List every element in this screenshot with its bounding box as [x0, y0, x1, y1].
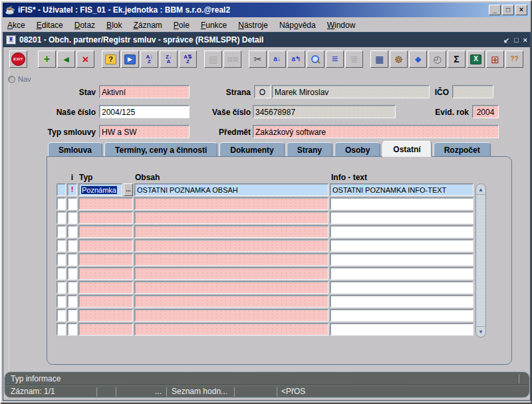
nav-radio[interactable]	[8, 76, 15, 83]
excel-export-button[interactable]: X	[467, 50, 485, 68]
strana-code-field[interactable]: O	[254, 85, 271, 98]
detail-window-button[interactable]: ▦	[370, 50, 388, 68]
list-of-values-button[interactable]: ≡	[326, 50, 344, 68]
row-obsah-field[interactable]	[134, 197, 329, 210]
row-obsah-field[interactable]	[134, 309, 329, 322]
row-selector-cell[interactable]	[57, 323, 66, 336]
tab-terminy-ceny-a-cinnosti[interactable]: Termíny, ceny a činnosti	[104, 142, 217, 157]
help-values-button[interactable]: ??	[505, 50, 523, 68]
row-typ-field[interactable]	[78, 239, 133, 252]
row-info-field[interactable]	[330, 239, 473, 252]
row-typ-field[interactable]	[78, 211, 133, 224]
row-typ-field[interactable]	[78, 281, 133, 294]
row-typ-field[interactable]	[78, 197, 133, 210]
close-button[interactable]: ×	[515, 5, 527, 15]
scroll-down-icon[interactable]: ▼	[476, 326, 485, 336]
sum-button[interactable]: Σ	[448, 50, 466, 68]
row-info-field[interactable]	[330, 309, 473, 322]
execute-query-button[interactable]: ▶	[121, 50, 139, 68]
exit-button[interactable]: EXIT	[9, 50, 27, 68]
mdi-close-icon[interactable]: ×	[523, 33, 527, 47]
tab-ostatni[interactable]: Ostatní	[382, 141, 431, 157]
sort-dialog-button[interactable]: A⇅ Z	[179, 50, 197, 68]
ico-field[interactable]	[452, 85, 493, 98]
export-data-button[interactable]: ⊞	[486, 50, 504, 68]
row-typ-field[interactable]: Poznámka	[78, 183, 122, 196]
tab-strany[interactable]: Strany	[287, 142, 332, 157]
stav-field[interactable]: Aktivní	[99, 85, 190, 98]
clock-button[interactable]: ◴	[428, 50, 446, 68]
predmet-field[interactable]: Zakázkový software	[253, 125, 499, 138]
row-obsah-field[interactable]	[134, 267, 329, 280]
tab-rozpocet[interactable]: Rozpočet	[434, 142, 491, 157]
mdi-minimize-icon[interactable]: ↙	[503, 33, 509, 47]
menu-item-napoveda[interactable]: Nápověda	[279, 21, 316, 30]
menu-item-blok[interactable]: Blok	[106, 21, 122, 30]
nav-radio-group[interactable]: Nav	[8, 75, 31, 83]
menu-item-dotaz[interactable]: Dotaz	[74, 21, 95, 30]
row-info-field[interactable]	[330, 225, 473, 238]
row-selector-cell[interactable]	[57, 309, 66, 322]
maximize-button[interactable]: □	[502, 5, 514, 15]
row-selector-cell[interactable]	[57, 267, 66, 280]
tab-dokumenty[interactable]: Dokumenty	[219, 142, 284, 157]
row-selector-cell[interactable]	[57, 211, 66, 224]
row-obsah-field[interactable]	[134, 323, 329, 336]
row-info-field[interactable]	[330, 323, 473, 336]
row-info-field[interactable]	[330, 253, 473, 266]
duplicate-record-button[interactable]: ◀	[57, 50, 75, 68]
menu-item-funkce[interactable]: Funkce	[201, 21, 227, 30]
scroll-up-icon[interactable]: ▲	[476, 185, 485, 195]
tab-osoby[interactable]: Osoby	[334, 142, 380, 157]
lov-button[interactable]: ...	[124, 183, 133, 196]
row-selector-cell[interactable]	[57, 225, 66, 238]
menu-item-nastroje[interactable]: Nástroje	[238, 21, 268, 30]
row-obsah-field[interactable]	[134, 211, 329, 224]
zoom-editor-button[interactable]	[307, 50, 325, 68]
row-obsah-field[interactable]	[134, 239, 329, 252]
menu-item-pole[interactable]: Pole	[174, 21, 190, 30]
row-typ-field[interactable]	[78, 267, 133, 280]
row-selector-cell[interactable]	[57, 197, 66, 210]
row-obsah-field[interactable]	[134, 295, 329, 308]
typ-smlouvy-field[interactable]: HW a SW	[99, 125, 190, 138]
tree-view-button[interactable]: ≣	[345, 50, 363, 68]
menu-item-editace[interactable]: Editace	[37, 21, 63, 30]
row-obsah-field[interactable]: OSTATNI POZNAMKA OBSAH	[134, 183, 329, 196]
row-info-field[interactable]: OSTATNI POZNAMKA INFO-TEXT	[330, 183, 473, 196]
row-selector-cell[interactable]	[57, 281, 66, 294]
row-selector-cell[interactable]	[57, 253, 66, 266]
nase-cislo-field[interactable]: 2004/125	[99, 105, 190, 118]
navigator-wheel-button[interactable]: ☸	[390, 50, 408, 68]
row-typ-field[interactable]	[78, 253, 133, 266]
cut-button[interactable]: ✂	[249, 50, 267, 68]
enter-query-button[interactable]: ?	[102, 50, 120, 68]
row-obsah-field[interactable]	[134, 253, 329, 266]
insert-record-button[interactable]: +	[38, 50, 56, 68]
tab-smlouva[interactable]: Smlouva	[48, 142, 102, 157]
row-info-field[interactable]	[330, 197, 473, 210]
vase-cislo-field[interactable]: 345678987	[253, 105, 396, 118]
sort-desc-button[interactable]: Z↓ A	[160, 50, 178, 68]
minimize-button[interactable]: _	[489, 5, 501, 15]
row-typ-field[interactable]	[78, 295, 133, 308]
strana-name-field[interactable]: Marek Miroslav	[272, 85, 430, 98]
delete-record-button[interactable]: ×	[76, 50, 94, 68]
menu-item-window[interactable]: Window	[327, 21, 356, 30]
row-typ-field[interactable]	[78, 323, 133, 336]
row-obsah-field[interactable]	[134, 225, 329, 238]
copy-previous-button[interactable]: a↰	[287, 50, 305, 68]
mdi-restore-icon[interactable]: □	[514, 33, 519, 47]
row-info-field[interactable]	[330, 295, 473, 308]
row-selector-cell[interactable]	[57, 183, 66, 196]
row-info-field[interactable]	[330, 211, 473, 224]
row-info-field[interactable]	[330, 267, 473, 280]
row-info-field[interactable]	[330, 281, 473, 294]
row-obsah-field[interactable]	[134, 281, 329, 294]
table-scrollbar[interactable]: ▲ ▼	[475, 183, 486, 338]
print-setup-button[interactable]: ▤▤	[223, 50, 241, 68]
row-typ-field[interactable]	[78, 225, 133, 238]
copy-down-button[interactable]: a↓	[268, 50, 286, 68]
sort-asc-button[interactable]: A↓ Z	[140, 50, 158, 68]
row-selector-cell[interactable]	[57, 239, 66, 252]
